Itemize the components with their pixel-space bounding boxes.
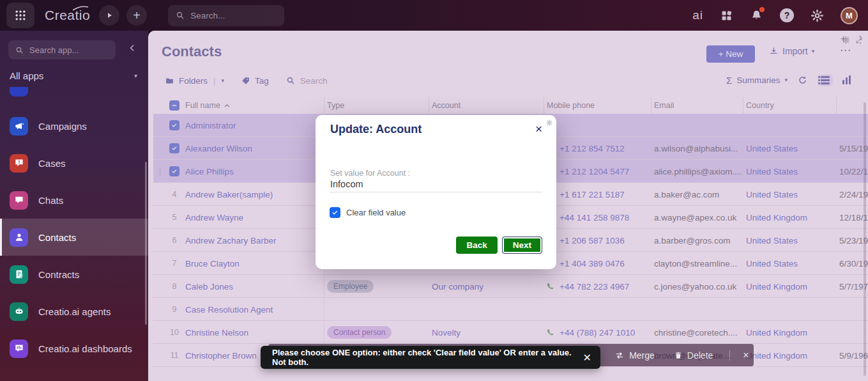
- row-menu-icon[interactable]: ⋮: [153, 167, 164, 176]
- country-link[interactable]: United Kingdom: [746, 351, 807, 361]
- contact-name-link[interactable]: Administrator: [185, 121, 236, 130]
- column-header-type[interactable]: Type: [324, 97, 429, 114]
- contact-name-link[interactable]: Andrew Baker(sample): [185, 190, 273, 199]
- list-view-toggle[interactable]: [818, 74, 833, 86]
- row-select-cell[interactable]: 10: [164, 328, 183, 337]
- sidebar-item-creatio-ai-dashboards[interactable]: Creatio.ai dashboards: [0, 330, 148, 367]
- row-select-cell[interactable]: 11: [164, 351, 183, 360]
- back-button[interactable]: Back: [456, 237, 497, 254]
- country-link[interactable]: United States: [746, 144, 798, 153]
- phone-link[interactable]: +44 141 258 9878: [560, 213, 629, 222]
- country-link[interactable]: United Kingdom: [746, 282, 807, 292]
- account-link[interactable]: Our company: [432, 282, 483, 292]
- account-value-input[interactable]: Infocom: [330, 179, 542, 192]
- row-select-cell[interactable]: 5: [164, 213, 183, 222]
- next-button[interactable]: Next: [502, 237, 542, 254]
- import-button[interactable]: Import ▾: [769, 46, 814, 56]
- app-launcher-button[interactable]: [6, 3, 34, 28]
- delete-button[interactable]: Delete: [674, 350, 713, 361]
- summaries-button[interactable]: Σ Summaries ▾: [726, 75, 788, 86]
- phone-link[interactable]: +1 212 1204 5477: [560, 167, 629, 176]
- phone-link[interactable]: +44 782 223 4967: [560, 282, 629, 292]
- select-all-checkbox[interactable]: [164, 97, 183, 114]
- expand-icon[interactable]: [855, 36, 863, 46]
- grid-scrollbar[interactable]: [864, 102, 866, 376]
- run-process-button[interactable]: [99, 5, 119, 26]
- sidebar-item-label: Contracts: [38, 269, 79, 280]
- column-header-country[interactable]: Country: [743, 97, 837, 114]
- gear-icon[interactable]: [546, 117, 552, 128]
- column-header-full-name[interactable]: Full name: [183, 97, 324, 114]
- row-select-cell[interactable]: 7: [164, 259, 183, 268]
- table-row[interactable]: 10 Christine Nelson Contact person Novel…: [153, 321, 868, 344]
- creatio-ai-button[interactable]: ai: [692, 8, 703, 22]
- phone-link[interactable]: +1 617 221 5187: [560, 190, 625, 199]
- sidebar-item-chats[interactable]: Chats: [0, 182, 148, 219]
- column-header-mobile-phone[interactable]: Mobile phone: [544, 97, 651, 114]
- contact-name-link[interactable]: Case Resolution Agent: [185, 305, 273, 315]
- new-button[interactable]: + New: [706, 45, 755, 63]
- row-select-cell[interactable]: 4: [164, 190, 183, 199]
- contact-name-link[interactable]: Christopher Brown: [185, 351, 257, 361]
- contact-name-link[interactable]: Caleb Jones: [185, 282, 233, 292]
- sidebar-item-campaigns[interactable]: Campaigns: [0, 107, 148, 144]
- phone-link[interactable]: +1 404 389 0476: [560, 259, 625, 268]
- refresh-button[interactable]: [797, 75, 808, 86]
- row-select-cell[interactable]: 6: [164, 236, 183, 245]
- row-checkbox-checked[interactable]: [169, 143, 179, 153]
- country-link[interactable]: United States: [746, 236, 798, 245]
- contact-name-link[interactable]: Alexander Wilson: [185, 144, 252, 153]
- user-avatar[interactable]: M: [841, 7, 858, 24]
- table-row[interactable]: 9 Case Resolution Agent: [153, 298, 868, 321]
- contact-name-link[interactable]: Bruce Clayton: [185, 259, 240, 268]
- sidebar-item-contacts[interactable]: Contacts: [0, 219, 148, 256]
- sidebar-item-partial-top[interactable]: [10, 87, 28, 97]
- row-select-cell[interactable]: [164, 166, 183, 176]
- row-select-cell[interactable]: 9: [164, 305, 183, 314]
- close-icon[interactable]: ✕: [577, 352, 591, 364]
- notifications-button[interactable]: [750, 9, 763, 22]
- quick-add-button[interactable]: +: [126, 5, 147, 26]
- column-header-account[interactable]: Account: [429, 97, 544, 114]
- app-search-input[interactable]: Search app...: [8, 40, 116, 59]
- workplaces-button[interactable]: [720, 9, 733, 22]
- contact-name-link[interactable]: Andrew Wayne: [185, 213, 243, 222]
- table-row[interactable]: 8 Caleb Jones Employee Our company +44 7…: [153, 275, 868, 298]
- sidebar-item-cases[interactable]: Cases: [0, 144, 148, 182]
- sidebar-item-contracts[interactable]: Contracts: [0, 256, 148, 293]
- row-select-cell[interactable]: [164, 120, 183, 130]
- phone-link[interactable]: +44 (788) 247 1010: [560, 328, 635, 338]
- sidebar-scrollbar[interactable]: [145, 162, 147, 325]
- merge-button[interactable]: Merge: [614, 350, 655, 361]
- tag-button[interactable]: Tag: [241, 76, 269, 86]
- account-link[interactable]: Novelty: [432, 328, 461, 338]
- country-link[interactable]: United Kingdom: [746, 328, 807, 338]
- country-link[interactable]: United States: [746, 167, 798, 176]
- all-apps-selector[interactable]: All apps ▾: [10, 70, 137, 81]
- country-link[interactable]: United Kingdom: [746, 213, 807, 222]
- phone-link[interactable]: +1 212 854 7512: [560, 144, 625, 153]
- help-button[interactable]: ?: [780, 8, 794, 22]
- close-icon[interactable]: ×: [743, 350, 749, 361]
- contact-name-link[interactable]: Christine Nelson: [185, 328, 248, 338]
- sidebar-item-creatio-ai-agents[interactable]: Creatio.ai agents: [0, 293, 148, 330]
- clear-field-value-checkbox[interactable]: Clear field value: [330, 207, 406, 218]
- country-link[interactable]: United States: [746, 190, 798, 199]
- chart-view-toggle[interactable]: [842, 75, 851, 84]
- contact-name-link[interactable]: Alice Phillips: [185, 167, 234, 176]
- country-link[interactable]: United States: [746, 259, 798, 268]
- column-header-email[interactable]: Email: [651, 97, 743, 114]
- folders-button[interactable]: Folders | ▾: [165, 76, 224, 86]
- phone-link[interactable]: +1 206 587 1036: [560, 236, 625, 245]
- row-select-cell[interactable]: [164, 143, 183, 153]
- global-search-input[interactable]: Search...: [168, 5, 284, 26]
- collapse-sidebar-button[interactable]: [128, 43, 137, 54]
- close-icon[interactable]: ×: [535, 123, 542, 135]
- row-checkbox-checked[interactable]: [169, 120, 179, 130]
- grid-search-button[interactable]: Search: [286, 75, 328, 86]
- row-checkbox-checked[interactable]: [169, 166, 179, 176]
- contact-name-link[interactable]: Andrew Zachary Barber: [185, 236, 277, 245]
- row-select-cell[interactable]: 8: [164, 282, 183, 291]
- page-settings-gear-icon[interactable]: [842, 36, 850, 46]
- settings-button[interactable]: [811, 9, 824, 22]
